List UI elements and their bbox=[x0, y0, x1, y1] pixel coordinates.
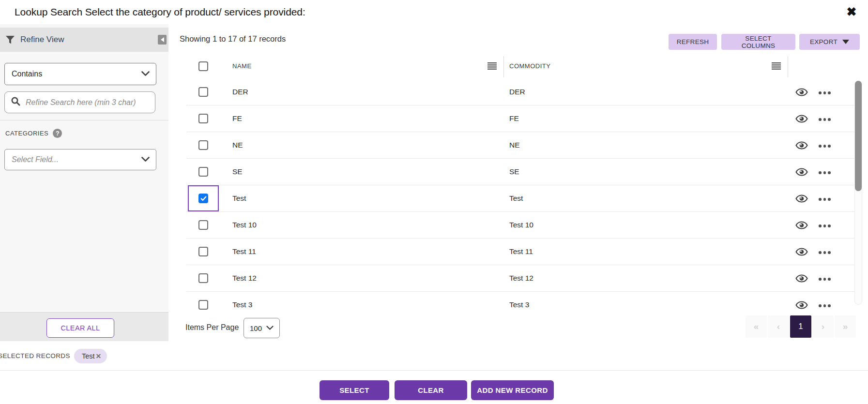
close-icon[interactable]: ✖ bbox=[843, 3, 860, 20]
sidebar-divider bbox=[0, 120, 168, 120]
add-new-record-button[interactable]: ADD NEW RECORD bbox=[471, 380, 554, 400]
table-header: NAME COMMODITY bbox=[168, 53, 868, 79]
items-per-page-select[interactable]: 100 bbox=[244, 318, 280, 338]
eye-icon[interactable] bbox=[795, 115, 808, 125]
eye-icon[interactable] bbox=[795, 195, 808, 205]
chip-label: Test bbox=[82, 352, 95, 360]
previous-page-button[interactable]: ‹ bbox=[768, 315, 789, 338]
showing-records-text: Showing 1 to 17 of 17 records bbox=[180, 24, 286, 53]
refine-view-sidebar: Refine View Contains CATEGORIES ? Select… bbox=[0, 24, 168, 341]
row-checkbox[interactable] bbox=[198, 167, 208, 177]
select-columns-button[interactable]: SELECT COLUMNS bbox=[721, 34, 795, 50]
eye-icon[interactable] bbox=[795, 141, 808, 151]
scrollbar-thumb[interactable] bbox=[855, 81, 862, 191]
first-page-button[interactable]: « bbox=[746, 315, 767, 338]
selected-records-row: SELECTED RECORDS Test ✕ bbox=[0, 341, 868, 371]
table-row[interactable]: Test 12 Test 12 bbox=[186, 265, 854, 292]
table-body: DER DER FE FE NE N bbox=[186, 79, 854, 318]
items-per-page-value: 100 bbox=[250, 324, 262, 332]
row-name: Test 10 bbox=[232, 212, 257, 238]
row-checkbox[interactable] bbox=[198, 273, 208, 283]
row-name: Test 12 bbox=[232, 265, 257, 291]
dialog-actions: SELECT CLEAR ADD NEW RECORD bbox=[0, 371, 868, 404]
pagination-bar: Items Per Page 100 « ‹ 1 › » bbox=[168, 314, 868, 342]
chevron-left-icon bbox=[161, 37, 164, 42]
categories-row: CATEGORIES ? bbox=[5, 129, 62, 138]
ellipsis-icon[interactable] bbox=[819, 224, 831, 227]
row-checkbox[interactable] bbox=[198, 300, 208, 310]
row-name: Test 11 bbox=[232, 239, 256, 265]
ellipsis-icon[interactable] bbox=[819, 278, 831, 281]
row-commodity: Test 12 bbox=[509, 265, 533, 291]
row-commodity: Test bbox=[509, 185, 523, 211]
row-checkbox[interactable] bbox=[198, 87, 208, 97]
clear-all-button[interactable]: CLEAR ALL bbox=[46, 318, 114, 338]
select-all-checkbox[interactable] bbox=[198, 61, 208, 71]
row-checkbox[interactable] bbox=[198, 114, 208, 123]
help-icon[interactable]: ? bbox=[53, 129, 62, 138]
row-name: DER bbox=[232, 79, 248, 105]
refine-search-input[interactable] bbox=[25, 98, 155, 107]
row-name: NE bbox=[232, 132, 243, 158]
row-commodity: DER bbox=[509, 79, 525, 105]
chevron-down-icon bbox=[141, 155, 150, 164]
ellipsis-icon[interactable] bbox=[819, 91, 831, 94]
chip-remove-icon[interactable]: ✕ bbox=[96, 352, 102, 360]
eye-icon[interactable] bbox=[795, 88, 808, 98]
current-page-button[interactable]: 1 bbox=[790, 315, 811, 338]
last-page-button[interactable]: » bbox=[835, 315, 856, 338]
eye-icon[interactable] bbox=[795, 274, 808, 284]
row-commodity: NE bbox=[509, 132, 520, 158]
column-divider bbox=[788, 56, 788, 77]
dialog-titlebar: Lookup Search Select the category of pro… bbox=[0, 0, 868, 25]
row-checkbox[interactable] bbox=[198, 194, 208, 203]
field-select[interactable]: Select Field... bbox=[4, 149, 156, 170]
refresh-button[interactable]: REFRESH bbox=[669, 34, 717, 50]
items-per-page-label: Items Per Page bbox=[185, 314, 239, 341]
eye-icon[interactable] bbox=[795, 168, 808, 178]
table-row[interactable]: NE NE bbox=[186, 132, 854, 159]
export-button[interactable]: EXPORT bbox=[799, 34, 860, 50]
table-row[interactable]: SE SE bbox=[186, 159, 854, 185]
lookup-search-dialog: Lookup Search Select the category of pro… bbox=[0, 0, 868, 404]
row-checkbox[interactable] bbox=[198, 220, 208, 230]
table-row[interactable]: FE FE bbox=[186, 105, 854, 132]
column-menu-icon[interactable] bbox=[487, 62, 497, 72]
ellipsis-icon[interactable] bbox=[819, 145, 831, 148]
row-checkbox[interactable] bbox=[198, 247, 208, 256]
eye-icon[interactable] bbox=[795, 301, 808, 311]
ellipsis-icon[interactable] bbox=[819, 171, 831, 174]
caret-down-icon bbox=[842, 40, 849, 44]
next-page-button[interactable]: › bbox=[812, 315, 834, 338]
selected-record-chip: Test ✕ bbox=[74, 349, 107, 363]
column-header-name[interactable]: NAME bbox=[232, 53, 252, 79]
eye-icon[interactable] bbox=[795, 248, 808, 258]
clear-button[interactable]: CLEAR bbox=[395, 380, 467, 400]
table-row[interactable]: Test 11 Test 11 bbox=[186, 239, 854, 265]
ellipsis-icon[interactable] bbox=[819, 251, 831, 254]
column-menu-icon[interactable] bbox=[772, 62, 781, 72]
ellipsis-icon[interactable] bbox=[819, 304, 831, 307]
sidebar-collapse-button[interactable] bbox=[158, 35, 167, 45]
operator-select[interactable]: Contains bbox=[4, 63, 156, 85]
select-button[interactable]: SELECT bbox=[320, 380, 389, 400]
ellipsis-icon[interactable] bbox=[819, 118, 831, 121]
column-divider bbox=[503, 56, 504, 77]
eye-icon[interactable] bbox=[795, 221, 808, 231]
field-select-placeholder: Select Field... bbox=[12, 155, 59, 164]
column-header-commodity[interactable]: COMMODITY bbox=[509, 53, 550, 79]
row-name: Test bbox=[232, 185, 246, 211]
row-checkbox[interactable] bbox=[198, 140, 208, 150]
table-row[interactable]: DER DER bbox=[186, 79, 854, 105]
row-commodity: FE bbox=[509, 105, 519, 132]
refine-view-header: Refine View bbox=[0, 28, 168, 52]
chevron-down-icon bbox=[266, 326, 274, 330]
row-name: FE bbox=[232, 105, 242, 132]
table-row[interactable]: Test 10 Test 10 bbox=[186, 212, 854, 239]
ellipsis-icon[interactable] bbox=[819, 198, 831, 201]
row-commodity: SE bbox=[509, 159, 519, 185]
categories-label: CATEGORIES bbox=[5, 130, 48, 137]
refine-view-title: Refine View bbox=[20, 35, 64, 45]
operator-select-value: Contains bbox=[12, 70, 42, 78]
table-row[interactable]: Test Test bbox=[186, 185, 854, 212]
